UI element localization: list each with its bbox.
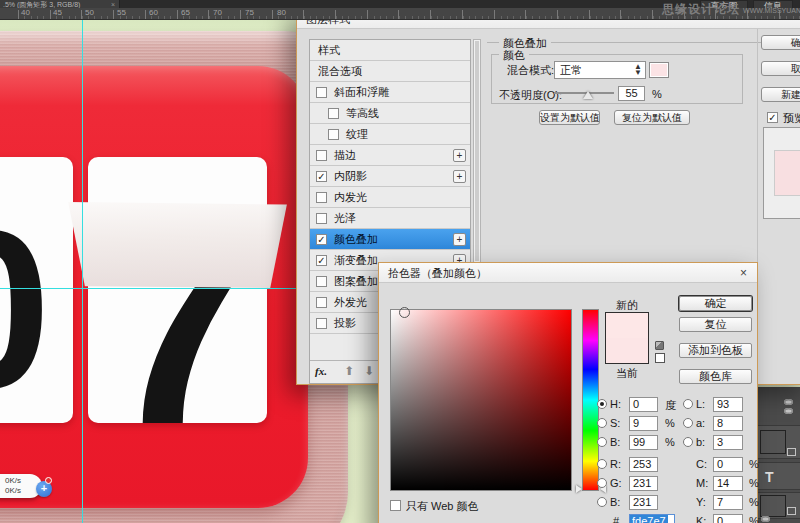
add-instance-button[interactable]: + [453, 149, 466, 162]
layer-mask-icon [787, 507, 796, 515]
reset-button[interactable]: 复位 [679, 317, 752, 332]
layer-thumbnail[interactable] [760, 495, 786, 517]
move-effect-up-button[interactable]: ⬆ [344, 364, 354, 378]
c-input[interactable]: 0 [713, 457, 743, 472]
lab-b-radio[interactable] [683, 437, 693, 447]
checkbox[interactable] [316, 192, 327, 203]
g-input[interactable]: 231 [629, 476, 658, 491]
photoshop-window: 0 7 T 0K/s 0K/s + 图层样式 样式 [0, 0, 800, 523]
ok-button[interactable]: 确定 [679, 296, 752, 311]
a-input[interactable]: 8 [713, 416, 743, 431]
r-radio[interactable] [597, 459, 607, 469]
web-gamut-warning-icon[interactable] [655, 341, 664, 350]
web-safe-color-swatch[interactable] [655, 353, 665, 363]
checkbox[interactable] [328, 129, 339, 140]
flip-card-left: 0 [0, 157, 73, 423]
opacity-slider-thumb[interactable] [583, 91, 593, 99]
h-radio[interactable] [597, 399, 607, 409]
hex-input[interactable]: fde7e7 [629, 514, 675, 523]
l-input[interactable]: 93 [713, 397, 743, 412]
web-colors-only-checkbox[interactable] [390, 500, 401, 511]
opacity-label: 不透明度(O): [499, 88, 562, 103]
b-input[interactable]: 99 [629, 435, 658, 450]
checkbox[interactable] [316, 150, 327, 161]
h-input[interactable]: 0 [629, 397, 658, 412]
b-radio[interactable] [597, 437, 607, 447]
style-item-satin[interactable]: 光泽 [310, 208, 470, 229]
blend-mode-select[interactable]: 正常 ▲▼ [554, 61, 646, 79]
new-color-label: 新的 [605, 298, 649, 313]
document-tab[interactable]: .5% (圆角矩形 3, RGB/8) × [0, 0, 120, 8]
k-input[interactable]: 0 [713, 514, 743, 523]
saturation-brightness-field[interactable] [390, 309, 572, 491]
vertical-guide[interactable] [82, 20, 83, 523]
g-radio[interactable] [597, 478, 607, 488]
rgb-b-input[interactable]: 231 [629, 495, 658, 510]
layers-panel: T [757, 387, 800, 523]
r-input[interactable]: 253 [629, 457, 658, 472]
add-to-swatches-button[interactable]: 添加到色板 [679, 343, 752, 358]
lab-b-input[interactable]: 3 [713, 435, 743, 450]
color-picker-title[interactable]: 拾色器（叠加颜色） [379, 263, 757, 283]
preview-checkbox[interactable]: ✓ [767, 112, 778, 123]
fx-label[interactable]: fx. [315, 365, 327, 377]
new-current-swatch [605, 312, 649, 364]
text-layer-row[interactable]: T [758, 462, 800, 490]
style-item-blending-options[interactable]: 混合选项 [310, 61, 470, 82]
style-item-inner-glow[interactable]: 内发光 [310, 187, 470, 208]
new-color-swatch [606, 313, 648, 338]
style-item-color-overlay[interactable]: ✓颜色叠加+ [310, 229, 470, 250]
checkbox[interactable] [316, 318, 327, 329]
reset-default-button[interactable]: 复位为默认值 [614, 110, 690, 125]
overlay-color-swatch[interactable] [649, 62, 669, 78]
dropdown-arrows-icon: ▲▼ [634, 64, 642, 76]
checkbox[interactable]: ✓ [316, 234, 327, 245]
style-item-stroke[interactable]: 描边+ [310, 145, 470, 166]
opacity-unit: % [652, 88, 662, 100]
checkbox[interactable] [316, 276, 327, 287]
ok-button[interactable]: 确定 [761, 35, 800, 50]
rgb-r-row: R:253 C:0% [597, 457, 759, 473]
opacity-input[interactable]: 55 [618, 86, 645, 101]
style-item-texture[interactable]: 纹理 [310, 124, 470, 145]
add-instance-button[interactable]: + [453, 170, 466, 183]
layer-thumbnail[interactable] [760, 430, 786, 454]
layer-mask-icon [787, 448, 796, 456]
eye-icon[interactable] [784, 399, 793, 405]
style-item-bevel-emboss[interactable]: 斜面和浮雕 [310, 82, 470, 103]
color-libraries-button[interactable]: 颜色库 [679, 369, 752, 384]
checkbox[interactable] [316, 87, 327, 98]
new-style-button[interactable]: 新建样式 [761, 87, 800, 102]
tab-close-icon[interactable]: × [111, 0, 115, 8]
l-radio[interactable] [683, 399, 693, 409]
close-icon[interactable]: × [740, 266, 747, 280]
s-input[interactable]: 9 [629, 416, 658, 431]
move-effect-down-button[interactable]: ⬇ [364, 364, 374, 378]
watermark-site-url: WWW.MISSYUAN.COM [743, 7, 800, 14]
checkbox[interactable] [328, 108, 339, 119]
style-item-inner-shadow[interactable]: ✓内阴影+ [310, 166, 470, 187]
a-radio[interactable] [683, 418, 693, 428]
checkbox[interactable] [316, 213, 327, 224]
layer-row[interactable] [758, 492, 800, 519]
web-colors-only-label: 只有 Web 颜色 [406, 499, 479, 514]
hsb-h-row: H:0度 L:93 [597, 397, 759, 413]
color-picker-dialog: 拾色器（叠加颜色） × 新的 当前 确定 复位 添加到色板 颜色库 H:0度 L… [378, 262, 758, 523]
checkbox[interactable]: ✓ [316, 171, 327, 182]
make-default-button[interactable]: 设置为默认值 [539, 110, 600, 125]
color-field-marker[interactable] [399, 307, 410, 318]
add-instance-button[interactable]: + [453, 233, 466, 246]
hue-slider-arrow-left[interactable] [576, 485, 582, 493]
cancel-button[interactable]: 取消 [761, 61, 800, 76]
y-input[interactable]: 7 [713, 495, 743, 510]
m-input[interactable]: 14 [713, 476, 743, 491]
style-item-styles[interactable]: 样式 [310, 40, 470, 61]
style-item-contour[interactable]: 等高线 [310, 103, 470, 124]
eye-icon[interactable] [761, 516, 770, 522]
checkbox[interactable]: ✓ [316, 255, 327, 266]
s-radio[interactable] [597, 418, 607, 428]
eye-icon[interactable] [784, 408, 793, 414]
rgb-b-radio[interactable] [597, 497, 607, 507]
layer-row[interactable] [758, 425, 800, 459]
checkbox[interactable] [316, 297, 327, 308]
